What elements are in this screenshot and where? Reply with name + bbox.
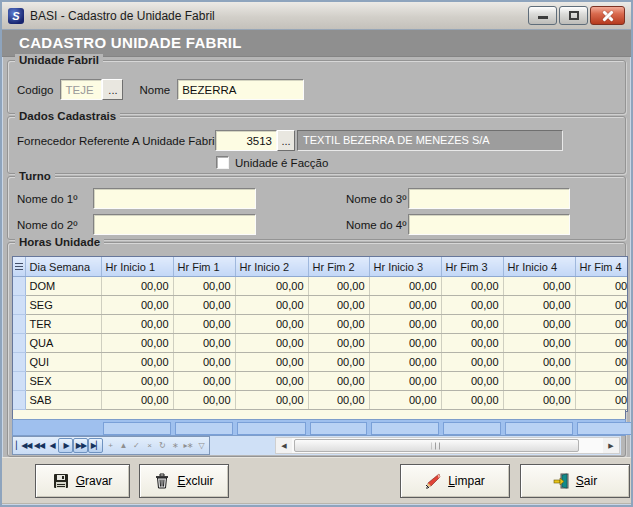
hour-cell[interactable]: 00,00 (173, 277, 235, 296)
sair-button[interactable]: Sair (520, 464, 630, 498)
hour-cell[interactable]: 00,00 (101, 277, 173, 296)
hour-cell[interactable]: 00,00 (173, 315, 235, 334)
horizontal-scrollbar[interactable]: ◀ ▶ (275, 437, 620, 454)
hour-cell[interactable]: 00,00 (308, 296, 369, 315)
turno1-input[interactable] (93, 188, 256, 209)
hour-cell[interactable]: 00,00 (235, 277, 308, 296)
scroll-left-icon[interactable]: ◀ (276, 438, 292, 453)
hour-cell[interactable]: 00,00 (101, 353, 173, 372)
close-button[interactable] (590, 6, 625, 25)
title-bar[interactable]: S BASI - Cadastro de Unidade Fabril (2, 2, 631, 30)
column-header-hr-fim-1[interactable]: Hr Fim 1 (173, 257, 235, 277)
limpar-button[interactable]: Limpar (400, 464, 510, 498)
hour-cell[interactable]: 00,00 (441, 391, 503, 410)
codigo-lookup-button[interactable]: ... (102, 79, 123, 100)
hour-cell[interactable]: 00,00 (575, 372, 628, 391)
turno2-input[interactable] (93, 214, 256, 235)
column-header-hr-fim-3[interactable]: Hr Fim 3 (441, 257, 503, 277)
scrollbar-track[interactable] (292, 438, 603, 453)
day-cell[interactable]: SEX (25, 372, 101, 391)
nav-next-page-button[interactable]: ▶▶ (73, 438, 88, 453)
unidade-faccao-checkbox[interactable] (216, 156, 229, 169)
hour-cell[interactable]: 00,00 (503, 353, 575, 372)
nav-prior-button[interactable]: ◀ (45, 438, 58, 453)
hour-cell[interactable]: 00,00 (575, 391, 628, 410)
column-header-hr-inicio-2[interactable]: Hr Inicio 2 (235, 257, 308, 277)
minimize-button[interactable] (528, 6, 557, 25)
fornecedor-codigo-input[interactable] (215, 130, 277, 151)
hour-cell[interactable]: 00,00 (235, 391, 308, 410)
hour-cell[interactable]: 00,00 (369, 296, 441, 315)
hour-cell[interactable]: 00,00 (503, 315, 575, 334)
hour-cell[interactable]: 00,00 (308, 391, 369, 410)
excluir-button[interactable]: Excluir (139, 464, 229, 498)
hour-cell[interactable]: 00,00 (369, 353, 441, 372)
hour-cell[interactable]: 00,00 (369, 334, 441, 353)
hour-cell[interactable]: 00,00 (173, 334, 235, 353)
hour-cell[interactable]: 00,00 (369, 277, 441, 296)
hour-cell[interactable]: 00,00 (441, 315, 503, 334)
hour-cell[interactable]: 00,00 (235, 315, 308, 334)
day-cell[interactable]: DOM (25, 277, 101, 296)
nome-input[interactable] (177, 79, 304, 100)
day-cell[interactable]: QUA (25, 334, 101, 353)
hour-cell[interactable]: 00,00 (503, 391, 575, 410)
turno4-input[interactable] (408, 214, 570, 235)
nav-next-button[interactable]: ▶ (58, 438, 73, 453)
nav-last-button[interactable]: ▶▏ (88, 438, 103, 453)
hour-cell[interactable]: 00,00 (441, 372, 503, 391)
hour-cell[interactable]: 00,00 (441, 296, 503, 315)
hour-cell[interactable]: 00,00 (173, 372, 235, 391)
hour-cell[interactable]: 00,00 (575, 277, 628, 296)
scroll-right-icon[interactable]: ▶ (603, 438, 619, 453)
day-cell[interactable]: TER (25, 315, 101, 334)
hour-cell[interactable]: 00,00 (575, 334, 628, 353)
hour-cell[interactable]: 00,00 (173, 353, 235, 372)
hour-cell[interactable]: 00,00 (503, 296, 575, 315)
hour-cell[interactable]: 00,00 (308, 372, 369, 391)
hour-cell[interactable]: 00,00 (503, 372, 575, 391)
hour-cell[interactable]: 00,00 (308, 277, 369, 296)
hour-cell[interactable]: 00,00 (235, 353, 308, 372)
scrollbar-thumb[interactable] (294, 439, 579, 452)
hour-cell[interactable]: 00,00 (369, 391, 441, 410)
day-cell[interactable]: QUI (25, 353, 101, 372)
hour-cell[interactable]: 00,00 (441, 353, 503, 372)
hour-cell[interactable]: 00,00 (101, 391, 173, 410)
hour-cell[interactable]: 00,00 (441, 277, 503, 296)
fornecedor-lookup-button[interactable]: ... (277, 130, 295, 151)
maximize-button[interactable] (559, 6, 588, 25)
column-header-hr-inicio-4[interactable]: Hr Inicio 4 (503, 257, 575, 277)
turno3-input[interactable] (408, 188, 570, 209)
nav-first-button[interactable]: ▏◀◀ (15, 438, 32, 453)
hour-cell[interactable]: 00,00 (575, 296, 628, 315)
hour-cell[interactable]: 00,00 (101, 296, 173, 315)
column-header-dia-semana[interactable]: Dia Semana (25, 257, 101, 277)
hour-cell[interactable]: 00,00 (101, 334, 173, 353)
hour-cell[interactable]: 00,00 (441, 334, 503, 353)
nav-prior-page-button[interactable]: ◀◀ (32, 438, 45, 453)
hour-cell[interactable]: 00,00 (101, 315, 173, 334)
hour-cell[interactable]: 00,00 (369, 372, 441, 391)
column-header-hr-inicio-1[interactable]: Hr Inicio 1 (101, 257, 173, 277)
column-header-hr-inicio-3[interactable]: Hr Inicio 3 (369, 257, 441, 277)
hour-cell[interactable]: 00,00 (235, 372, 308, 391)
hour-cell[interactable]: 00,00 (503, 334, 575, 353)
hour-cell[interactable]: 00,00 (308, 353, 369, 372)
hour-cell[interactable]: 00,00 (235, 334, 308, 353)
day-cell[interactable]: SAB (25, 391, 101, 410)
hour-cell[interactable]: 00,00 (369, 315, 441, 334)
hour-cell[interactable]: 00,00 (575, 353, 628, 372)
hour-cell[interactable]: 00,00 (235, 296, 308, 315)
day-cell[interactable]: SEG (25, 296, 101, 315)
gravar-button[interactable]: Gravar (35, 464, 130, 498)
hour-cell[interactable]: 00,00 (173, 391, 235, 410)
column-header-hr-fim-2[interactable]: Hr Fim 2 (308, 257, 369, 277)
column-header-hr-fim-4[interactable]: Hr Fim 4 (575, 257, 628, 277)
hour-cell[interactable]: 00,00 (173, 296, 235, 315)
hour-cell[interactable]: 00,00 (101, 372, 173, 391)
hour-cell[interactable]: 00,00 (308, 315, 369, 334)
hour-cell[interactable]: 00,00 (503, 277, 575, 296)
hour-cell[interactable]: 00,00 (308, 334, 369, 353)
hour-cell[interactable]: 00,00 (575, 315, 628, 334)
